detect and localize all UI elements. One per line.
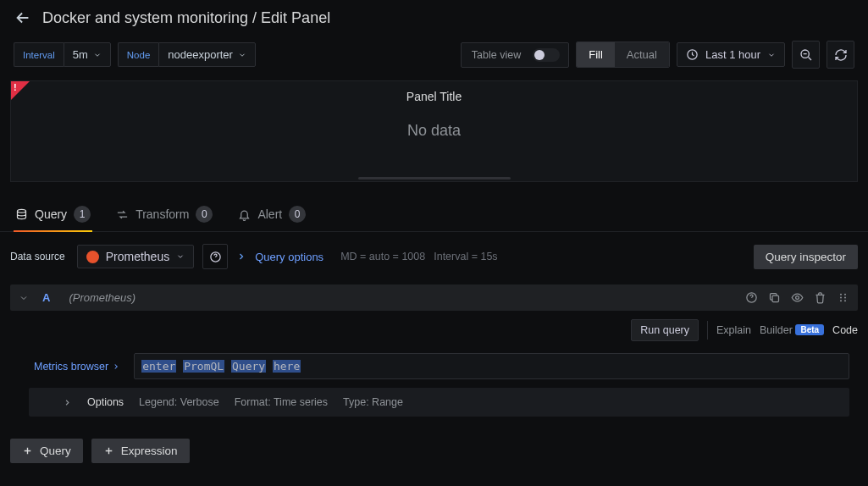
chevron-down-icon: [767, 51, 776, 59]
query-letter[interactable]: A: [37, 291, 60, 304]
plus-icon: [103, 445, 114, 456]
refresh-icon: [834, 48, 848, 62]
legend-summary: Legend: Verbose: [139, 396, 219, 408]
back-button[interactable]: [14, 8, 32, 27]
beta-badge: Beta: [795, 324, 824, 335]
query-options-link[interactable]: Query options: [255, 251, 323, 263]
database-icon: [15, 208, 28, 221]
metrics-browser-label: Metrics browser: [34, 361, 108, 373]
panel-preview: Panel Title No data: [10, 80, 858, 182]
drag-handle-icon[interactable]: [837, 291, 849, 304]
bell-icon: [238, 208, 251, 221]
md-info: MD = auto = 1008: [340, 251, 425, 262]
svg-point-10: [844, 297, 846, 299]
tab-alert[interactable]: Alert 0: [236, 199, 307, 231]
format-summary: Format: Time series: [235, 396, 328, 408]
tab-query[interactable]: Query 1: [14, 199, 92, 231]
builder-mode-button[interactable]: Builder Beta: [760, 324, 824, 336]
no-data-text: No data: [407, 122, 461, 140]
divider: [707, 321, 708, 340]
help-icon[interactable]: [745, 291, 758, 304]
error-badge-icon[interactable]: [11, 81, 30, 100]
fill-button[interactable]: Fill: [577, 42, 615, 67]
transform-icon: [116, 208, 129, 221]
panel-title[interactable]: Panel Title: [406, 81, 462, 115]
plus-icon: [22, 445, 33, 456]
chevron-down-icon: [238, 51, 246, 59]
tab-query-count: 1: [74, 206, 91, 223]
builder-label: Builder: [760, 324, 793, 336]
tab-transform-count: 0: [196, 206, 213, 223]
var-node-value: nodeexporter: [168, 48, 233, 61]
svg-point-2: [18, 209, 26, 213]
explain-toggle[interactable]: Explain: [716, 324, 751, 336]
var-interval-label: Interval: [14, 42, 64, 67]
zoom-out-button[interactable]: [792, 41, 820, 69]
chevron-down-icon: [176, 252, 185, 261]
code-mode-button[interactable]: Code: [832, 324, 858, 336]
clock-icon: [686, 48, 699, 61]
svg-point-7: [840, 294, 842, 295]
run-query-button[interactable]: Run query: [631, 319, 699, 341]
type-summary: Type: Range: [343, 396, 403, 408]
eye-icon[interactable]: [791, 291, 804, 304]
table-view-label: Table view: [462, 43, 531, 67]
options-label[interactable]: Options: [87, 396, 124, 408]
svg-point-12: [844, 300, 846, 301]
actual-button[interactable]: Actual: [615, 42, 669, 67]
breadcrumb[interactable]: Docker and system monitoring / Edit Pane…: [42, 9, 330, 27]
zoom-out-icon: [799, 48, 813, 62]
datasource-value: Prometheus: [106, 250, 169, 263]
datasource-select[interactable]: Prometheus: [77, 245, 194, 268]
svg-point-6: [796, 296, 799, 300]
add-expression-button[interactable]: Expression: [91, 439, 190, 463]
add-expression-label: Expression: [121, 445, 178, 457]
chevron-right-icon: [112, 362, 120, 371]
interval-info: Interval = 15s: [434, 251, 497, 262]
chevron-right-icon[interactable]: [63, 398, 72, 407]
toggle-switch-icon: [533, 48, 560, 62]
chevron-right-icon[interactable]: [236, 251, 246, 262]
tab-transform-label: Transform: [135, 207, 189, 221]
refresh-button[interactable]: [827, 41, 854, 69]
svg-point-9: [840, 297, 842, 299]
query-source-label[interactable]: (Prometheus): [69, 291, 135, 304]
svg-point-11: [840, 300, 842, 301]
add-query-label: Query: [40, 445, 71, 457]
prometheus-logo-icon: [86, 251, 99, 263]
var-interval-value: 5m: [73, 48, 88, 61]
trash-icon[interactable]: [814, 291, 827, 304]
var-node-select[interactable]: nodeexporter: [158, 42, 256, 67]
datasource-label: Data source: [10, 251, 69, 262]
resize-handle[interactable]: [358, 177, 511, 179]
tab-alert-label: Alert: [257, 207, 282, 221]
tab-alert-count: 0: [289, 206, 306, 223]
query-inspector-button[interactable]: Query inspector: [754, 245, 858, 269]
add-query-button[interactable]: Query: [10, 439, 83, 463]
svg-point-8: [844, 294, 846, 295]
time-range-picker[interactable]: Last 1 hour: [677, 42, 785, 67]
query-input[interactable]: enter PromQL Query here: [134, 353, 849, 379]
var-node-label: Node: [118, 42, 159, 67]
time-range-value: Last 1 hour: [705, 48, 760, 61]
chevron-down-icon: [93, 51, 102, 59]
collapse-row-chevron[interactable]: [19, 293, 29, 303]
query-placeholder: enter PromQL Query here: [141, 360, 301, 373]
tab-transform[interactable]: Transform 0: [114, 199, 214, 231]
question-icon: [209, 251, 222, 263]
metrics-browser-button[interactable]: Metrics browser: [29, 353, 125, 379]
table-view-toggle[interactable]: Table view: [461, 42, 569, 68]
svg-rect-5: [772, 295, 779, 302]
datasource-help-button[interactable]: [202, 244, 228, 269]
var-interval-select[interactable]: 5m: [64, 42, 111, 67]
copy-icon[interactable]: [768, 291, 781, 304]
tab-query-label: Query: [35, 207, 67, 221]
